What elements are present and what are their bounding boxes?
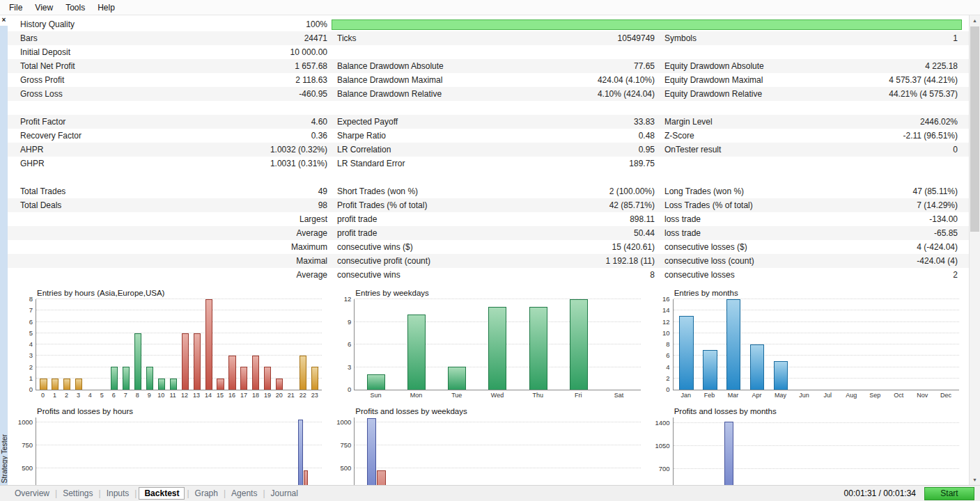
bar bbox=[217, 379, 224, 390]
stat-value bbox=[537, 45, 659, 59]
statusbar-right: 00:01:31 / 00:01:34 Start bbox=[844, 487, 976, 500]
x-tick-label: 1 bbox=[49, 392, 61, 399]
bar-slot bbox=[356, 299, 396, 390]
stat-label: AHPR bbox=[15, 143, 213, 157]
stat-label: Bars bbox=[15, 31, 213, 45]
stat-label: Profit Trades (% of total) bbox=[332, 198, 537, 212]
bar-slot bbox=[396, 418, 437, 485]
bar-slot bbox=[226, 418, 238, 485]
bar-slot bbox=[226, 299, 238, 390]
bar-slot bbox=[250, 299, 262, 390]
x-tick-label: Nov bbox=[910, 392, 934, 399]
stat-label: Long Trades (won %) bbox=[659, 184, 868, 198]
bar-slot bbox=[49, 299, 61, 390]
bar-slot bbox=[203, 299, 215, 390]
menu-item-help[interactable]: Help bbox=[91, 1, 121, 14]
y-tick-label: 500 bbox=[340, 465, 351, 472]
x-tick-label: Feb bbox=[698, 392, 722, 399]
x-tick-label: 12 bbox=[179, 392, 191, 399]
bar-slot bbox=[179, 299, 191, 390]
bar bbox=[170, 379, 177, 390]
scroll-down-icon[interactable]: ▼ bbox=[970, 475, 980, 485]
y-tick-label: 750 bbox=[340, 442, 351, 449]
tab-settings[interactable]: Settings bbox=[58, 488, 98, 499]
y-tick-label: 0 bbox=[29, 386, 33, 393]
y-tick-label: 10 bbox=[662, 330, 670, 337]
bar-slot bbox=[49, 418, 61, 485]
chart-title: Profits and losses by weekdays bbox=[355, 407, 640, 415]
menu-item-view[interactable]: View bbox=[29, 1, 59, 14]
stat-value: 10549749 bbox=[537, 31, 659, 45]
tab-inputs[interactable]: Inputs bbox=[102, 488, 134, 499]
x-tick-label: 4 bbox=[84, 392, 96, 399]
tab-graph[interactable]: Graph bbox=[190, 488, 223, 499]
stat-value: 424.04 (4.10%) bbox=[537, 73, 659, 87]
stat-label: History Quality bbox=[15, 17, 213, 31]
stat-value bbox=[537, 101, 659, 115]
stat-value: 44.21% (4 575.37) bbox=[868, 87, 962, 101]
scrollbar-thumb[interactable] bbox=[970, 26, 979, 232]
chart-plot bbox=[673, 418, 959, 485]
chart-x-axis: SunMonTueWedThuFriSat bbox=[354, 390, 640, 399]
close-icon[interactable]: × bbox=[0, 15, 8, 26]
bar bbox=[134, 333, 141, 390]
bar bbox=[205, 299, 212, 390]
stat-value: 10 000.00 bbox=[213, 45, 332, 59]
stat-value: 0 bbox=[868, 143, 962, 157]
bar-slot bbox=[238, 299, 250, 390]
bar-slot bbox=[559, 299, 599, 390]
bar bbox=[264, 367, 271, 390]
stat-value: 189.75 bbox=[537, 157, 659, 170]
menu-item-tools[interactable]: Tools bbox=[59, 1, 91, 14]
bar bbox=[750, 344, 764, 390]
x-tick-label: Sat bbox=[598, 392, 639, 399]
tab-agents[interactable]: Agents bbox=[226, 488, 262, 499]
stat-label: Balance Drawdown Absolute bbox=[332, 59, 537, 73]
y-tick-label: 6 bbox=[666, 352, 669, 359]
stat-label: Total Deals bbox=[15, 198, 213, 212]
stat-value: 24471 bbox=[213, 31, 332, 45]
bar bbox=[407, 315, 426, 390]
stat-value: 47 (85.11%) bbox=[868, 184, 962, 198]
scroll-up-icon[interactable]: ▲ bbox=[970, 15, 980, 26]
stat-label: Margin Level bbox=[659, 115, 868, 129]
bar-slot bbox=[769, 299, 793, 390]
bar-slot bbox=[120, 299, 132, 390]
bar-slot bbox=[934, 418, 958, 485]
vertical-scrollbar[interactable]: ▲ ▼ bbox=[969, 15, 980, 485]
stat-label bbox=[332, 45, 537, 59]
chart-plot bbox=[36, 418, 322, 485]
chart-title: Entries by hours (Asia,Europe,USA) bbox=[37, 289, 322, 297]
chart-title: Entries by weekdays bbox=[355, 289, 640, 297]
scrollbar-track[interactable] bbox=[970, 26, 980, 475]
chart-y-axis: 5007501000 bbox=[15, 418, 36, 485]
bar-slot bbox=[840, 299, 864, 390]
chart-y-axis: 036912 bbox=[333, 299, 354, 390]
chart-title: Profits and losses by months bbox=[674, 407, 959, 415]
tab-journal[interactable]: Journal bbox=[266, 488, 303, 499]
tab-overview[interactable]: Overview bbox=[10, 488, 54, 499]
chart-bars bbox=[36, 299, 322, 390]
charts-grid: Entries by hours (Asia,Europe,USA)012345… bbox=[8, 282, 969, 485]
bar bbox=[228, 356, 235, 390]
x-tick-label: 6 bbox=[108, 392, 120, 399]
stat-label: consecutive profit (count) bbox=[332, 254, 537, 268]
start-button[interactable]: Start bbox=[924, 487, 974, 500]
bar-slot bbox=[73, 299, 85, 390]
chart-y-axis: 70010501400 bbox=[652, 418, 673, 485]
bar-profit bbox=[367, 418, 376, 485]
stats-row: Total Deals98Profit Trades (% of total)4… bbox=[8, 198, 969, 212]
tab-backtest[interactable]: Backtest bbox=[139, 487, 185, 500]
x-tick-label: 0 bbox=[37, 392, 49, 399]
x-tick-label: 17 bbox=[238, 392, 249, 399]
chart-2: Entries by months0246810121416JanFebMarA… bbox=[652, 289, 959, 399]
stat-value bbox=[868, 157, 962, 170]
stat-value: Maximal bbox=[213, 254, 332, 268]
stat-label: loss trade bbox=[659, 226, 868, 240]
stats-row: Maximumconsecutive wins ($)15 (420.61)co… bbox=[8, 240, 969, 254]
stat-label: LR Correlation bbox=[332, 143, 537, 157]
bar-slot bbox=[297, 418, 309, 485]
bar-profit bbox=[724, 422, 733, 485]
menu-item-file[interactable]: File bbox=[3, 1, 29, 14]
bar-slot bbox=[143, 299, 155, 390]
